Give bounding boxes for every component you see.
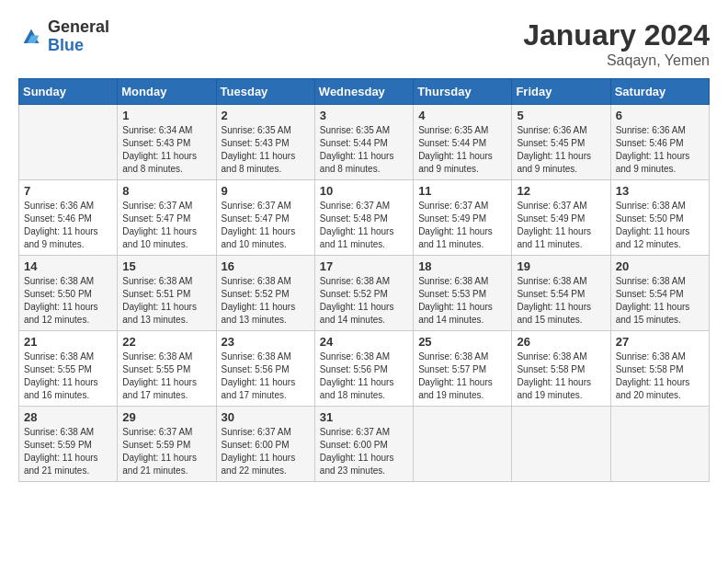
day-info: Sunrise: 6:38 AMSunset: 5:57 PMDaylight:… bbox=[418, 350, 506, 402]
calendar-cell bbox=[610, 407, 709, 482]
day-info: Sunrise: 6:38 AMSunset: 5:50 PMDaylight:… bbox=[24, 275, 112, 327]
day-number: 16 bbox=[222, 259, 310, 273]
weekday-header-tuesday: Tuesday bbox=[216, 79, 314, 105]
calendar-cell: 18Sunrise: 6:38 AMSunset: 5:53 PMDayligh… bbox=[414, 256, 512, 331]
weekday-header-saturday: Saturday bbox=[610, 79, 709, 105]
calendar-cell: 11Sunrise: 6:37 AMSunset: 5:49 PMDayligh… bbox=[414, 180, 512, 256]
day-number: 15 bbox=[122, 259, 210, 273]
calendar-cell: 4Sunrise: 6:35 AMSunset: 5:44 PMDaylight… bbox=[414, 105, 512, 180]
day-info: Sunrise: 6:37 AMSunset: 5:48 PMDaylight:… bbox=[320, 200, 408, 251]
day-info: Sunrise: 6:38 AMSunset: 5:59 PMDaylight:… bbox=[24, 426, 112, 477]
week-row-1: 1Sunrise: 6:34 AMSunset: 5:43 PMDaylight… bbox=[19, 105, 710, 180]
day-number: 11 bbox=[418, 184, 506, 198]
week-row-4: 21Sunrise: 6:38 AMSunset: 5:55 PMDayligh… bbox=[19, 331, 710, 407]
day-number: 12 bbox=[517, 184, 605, 198]
calendar-cell: 14Sunrise: 6:38 AMSunset: 5:50 PMDayligh… bbox=[19, 256, 118, 331]
day-number: 17 bbox=[320, 259, 408, 273]
week-row-2: 7Sunrise: 6:36 AMSunset: 5:46 PMDaylight… bbox=[19, 180, 710, 256]
day-info: Sunrise: 6:35 AMSunset: 5:44 PMDaylight:… bbox=[418, 124, 506, 176]
day-number: 9 bbox=[222, 184, 310, 198]
day-number: 25 bbox=[418, 335, 506, 349]
calendar-cell: 17Sunrise: 6:38 AMSunset: 5:52 PMDayligh… bbox=[314, 256, 413, 331]
calendar-cell: 7Sunrise: 6:36 AMSunset: 5:46 PMDaylight… bbox=[19, 180, 118, 256]
week-row-3: 14Sunrise: 6:38 AMSunset: 5:50 PMDayligh… bbox=[19, 256, 710, 331]
calendar-cell: 1Sunrise: 6:34 AMSunset: 5:43 PMDaylight… bbox=[118, 105, 216, 180]
calendar-cell: 2Sunrise: 6:35 AMSunset: 5:43 PMDaylight… bbox=[216, 105, 314, 180]
calendar-cell: 31Sunrise: 6:37 AMSunset: 6:00 PMDayligh… bbox=[314, 407, 413, 482]
week-row-5: 28Sunrise: 6:38 AMSunset: 5:59 PMDayligh… bbox=[19, 407, 710, 482]
calendar-cell: 3Sunrise: 6:35 AMSunset: 5:44 PMDaylight… bbox=[314, 105, 413, 180]
logo-icon bbox=[18, 24, 44, 50]
day-info: Sunrise: 6:35 AMSunset: 5:43 PMDaylight:… bbox=[222, 124, 310, 176]
logo-general-text: General bbox=[48, 18, 109, 37]
day-number: 27 bbox=[616, 335, 704, 349]
month-title: January 2024 bbox=[523, 18, 710, 52]
calendar-cell: 25Sunrise: 6:38 AMSunset: 5:57 PMDayligh… bbox=[414, 331, 512, 407]
day-number: 3 bbox=[320, 109, 408, 122]
page-header: General Blue January 2024 Saqayn, Yemen bbox=[18, 18, 710, 69]
weekday-header-sunday: Sunday bbox=[19, 79, 118, 105]
day-info: Sunrise: 6:37 AMSunset: 5:47 PMDaylight:… bbox=[122, 200, 210, 251]
calendar-cell bbox=[19, 105, 118, 180]
day-info: Sunrise: 6:37 AMSunset: 5:59 PMDaylight:… bbox=[122, 426, 210, 477]
day-number: 5 bbox=[517, 109, 605, 122]
calendar-cell: 5Sunrise: 6:36 AMSunset: 5:45 PMDaylight… bbox=[512, 105, 610, 180]
day-number: 18 bbox=[418, 259, 506, 273]
day-info: Sunrise: 6:34 AMSunset: 5:43 PMDaylight:… bbox=[122, 124, 210, 176]
day-number: 23 bbox=[222, 335, 310, 349]
day-number: 22 bbox=[122, 335, 210, 349]
calendar-cell: 28Sunrise: 6:38 AMSunset: 5:59 PMDayligh… bbox=[19, 407, 118, 482]
weekday-header-monday: Monday bbox=[118, 79, 216, 105]
day-info: Sunrise: 6:38 AMSunset: 5:52 PMDaylight:… bbox=[320, 275, 408, 327]
calendar-cell: 16Sunrise: 6:38 AMSunset: 5:52 PMDayligh… bbox=[216, 256, 314, 331]
calendar-cell: 27Sunrise: 6:38 AMSunset: 5:58 PMDayligh… bbox=[610, 331, 709, 407]
day-info: Sunrise: 6:37 AMSunset: 5:49 PMDaylight:… bbox=[418, 200, 506, 251]
calendar-cell: 21Sunrise: 6:38 AMSunset: 5:55 PMDayligh… bbox=[19, 331, 118, 407]
calendar-cell: 29Sunrise: 6:37 AMSunset: 5:59 PMDayligh… bbox=[118, 407, 216, 482]
day-number: 24 bbox=[320, 335, 408, 349]
day-number: 4 bbox=[418, 109, 506, 122]
logo-blue-text: Blue bbox=[48, 37, 109, 55]
day-number: 19 bbox=[517, 259, 605, 273]
location: Saqayn, Yemen bbox=[523, 52, 710, 69]
day-number: 20 bbox=[616, 259, 704, 273]
day-info: Sunrise: 6:38 AMSunset: 5:56 PMDaylight:… bbox=[222, 350, 310, 402]
day-info: Sunrise: 6:38 AMSunset: 5:55 PMDaylight:… bbox=[122, 350, 210, 402]
day-number: 2 bbox=[222, 109, 310, 122]
day-number: 6 bbox=[616, 109, 704, 122]
day-number: 8 bbox=[122, 184, 210, 198]
day-number: 13 bbox=[616, 184, 704, 198]
day-number: 31 bbox=[320, 410, 408, 424]
calendar-cell: 15Sunrise: 6:38 AMSunset: 5:51 PMDayligh… bbox=[118, 256, 216, 331]
day-number: 1 bbox=[122, 109, 210, 122]
calendar-cell: 6Sunrise: 6:36 AMSunset: 5:46 PMDaylight… bbox=[610, 105, 709, 180]
weekday-header-wednesday: Wednesday bbox=[314, 79, 413, 105]
day-number: 14 bbox=[24, 259, 112, 273]
day-info: Sunrise: 6:38 AMSunset: 5:58 PMDaylight:… bbox=[616, 350, 704, 402]
day-number: 7 bbox=[24, 184, 112, 198]
calendar-cell: 10Sunrise: 6:37 AMSunset: 5:48 PMDayligh… bbox=[314, 180, 413, 256]
calendar-cell: 12Sunrise: 6:37 AMSunset: 5:49 PMDayligh… bbox=[512, 180, 610, 256]
day-info: Sunrise: 6:36 AMSunset: 5:45 PMDaylight:… bbox=[517, 124, 605, 176]
day-info: Sunrise: 6:38 AMSunset: 5:55 PMDaylight:… bbox=[24, 350, 112, 402]
day-info: Sunrise: 6:35 AMSunset: 5:44 PMDaylight:… bbox=[320, 124, 408, 176]
weekday-header-thursday: Thursday bbox=[414, 79, 512, 105]
weekday-header-row: SundayMondayTuesdayWednesdayThursdayFrid… bbox=[19, 79, 710, 105]
day-info: Sunrise: 6:38 AMSunset: 5:52 PMDaylight:… bbox=[222, 275, 310, 327]
calendar-cell: 9Sunrise: 6:37 AMSunset: 5:47 PMDaylight… bbox=[216, 180, 314, 256]
day-info: Sunrise: 6:38 AMSunset: 5:58 PMDaylight:… bbox=[517, 350, 605, 402]
day-number: 26 bbox=[517, 335, 605, 349]
day-info: Sunrise: 6:38 AMSunset: 5:53 PMDaylight:… bbox=[418, 275, 506, 327]
calendar-cell: 13Sunrise: 6:38 AMSunset: 5:50 PMDayligh… bbox=[610, 180, 709, 256]
calendar-cell: 30Sunrise: 6:37 AMSunset: 6:00 PMDayligh… bbox=[216, 407, 314, 482]
calendar-cell: 8Sunrise: 6:37 AMSunset: 5:47 PMDaylight… bbox=[118, 180, 216, 256]
day-info: Sunrise: 6:37 AMSunset: 6:00 PMDaylight:… bbox=[222, 426, 310, 477]
day-info: Sunrise: 6:38 AMSunset: 5:54 PMDaylight:… bbox=[517, 275, 605, 327]
day-number: 29 bbox=[122, 410, 210, 424]
day-info: Sunrise: 6:36 AMSunset: 5:46 PMDaylight:… bbox=[616, 124, 704, 176]
logo-text: General Blue bbox=[48, 18, 109, 55]
calendar-cell: 26Sunrise: 6:38 AMSunset: 5:58 PMDayligh… bbox=[512, 331, 610, 407]
calendar-cell: 19Sunrise: 6:38 AMSunset: 5:54 PMDayligh… bbox=[512, 256, 610, 331]
day-info: Sunrise: 6:36 AMSunset: 5:46 PMDaylight:… bbox=[24, 200, 112, 251]
day-info: Sunrise: 6:37 AMSunset: 5:49 PMDaylight:… bbox=[517, 200, 605, 251]
